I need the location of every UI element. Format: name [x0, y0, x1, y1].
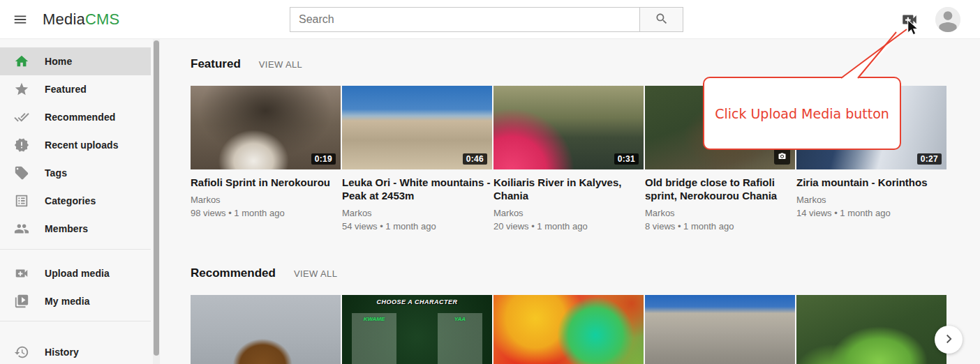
camera-icon	[774, 148, 790, 165]
sidebar-scrollbar[interactable]	[153, 39, 160, 364]
mediacms-app: MediaCMS Home Featured	[0, 0, 980, 364]
home-icon	[14, 54, 29, 69]
sidebar-item-my-media[interactable]: My media	[0, 287, 151, 315]
carousel-next-button[interactable]	[935, 326, 963, 354]
sidebar-item-recommended[interactable]: Recommended	[0, 103, 151, 131]
search-bar	[290, 7, 683, 32]
video-author[interactable]: Markos	[645, 208, 795, 218]
recommended-row: CHOOSE A CHARACTER KWAME YAA	[191, 295, 980, 364]
video-meta: 20 views • 1 month ago	[493, 221, 644, 232]
section-title: Recommended	[191, 266, 276, 280]
video-card[interactable]: 0:31 Koiliaris River in Kalyves, Chania …	[493, 86, 644, 232]
star-icon	[14, 82, 29, 97]
logo[interactable]: MediaCMS	[43, 10, 119, 29]
scrollbar-thumb[interactable]	[154, 40, 159, 356]
duration-badge: 0:31	[614, 153, 639, 165]
top-bar-actions	[900, 0, 960, 39]
sidebar-divider	[0, 249, 151, 250]
sidebar-item-label: Categories	[45, 195, 96, 206]
search-button[interactable]	[639, 7, 683, 32]
video-title[interactable]: Leuka Ori - White mountains - Peak at 24…	[342, 176, 492, 203]
video-thumbnail[interactable]: 0:19	[191, 86, 341, 169]
sidebar-item-members[interactable]: Members	[0, 215, 151, 243]
sidebar-item-label: Upload media	[45, 268, 110, 279]
view-all-link[interactable]: VIEW ALL	[259, 59, 302, 70]
video-meta: 14 views • 1 month ago	[796, 208, 946, 218]
callout-text: Click Upload Media button	[715, 106, 889, 121]
video-author[interactable]: Markos	[342, 208, 492, 218]
new-releases-icon	[14, 137, 29, 153]
video-title[interactable]: Old bridge close to Rafioli sprint, Nero…	[645, 176, 795, 203]
video-card[interactable]: 0:19 Rafioli Sprint in Nerokourou Markos…	[191, 86, 341, 232]
members-icon	[14, 221, 29, 236]
video-thumbnail[interactable]	[191, 295, 341, 364]
video-thumbnail[interactable]	[493, 295, 644, 364]
sidebar-item-tags[interactable]: Tags	[0, 159, 151, 187]
search-icon	[655, 12, 669, 28]
video-title[interactable]: Ziria mountain - Korinthos	[796, 176, 946, 190]
thumbnail-overlay-text: KWAME	[352, 316, 396, 322]
video-author[interactable]: Markos	[796, 195, 946, 205]
recommended-section: Recommended VIEW ALL CHOOSE A CHARACTER …	[191, 266, 980, 364]
section-title: Featured	[191, 57, 241, 71]
sidebar-item-label: Recent uploads	[45, 139, 119, 151]
logo-primary: Media	[43, 10, 85, 28]
section-header: Recommended VIEW ALL	[191, 266, 980, 280]
sidebar-item-home[interactable]: Home	[0, 47, 151, 75]
video-library-icon	[14, 294, 29, 309]
video-thumbnail[interactable]: 0:46	[342, 86, 492, 169]
video-thumbnail[interactable]: 0:31	[493, 86, 644, 169]
callout-tooltip: Click Upload Media button	[703, 77, 901, 150]
upload-media-icon[interactable]	[900, 10, 919, 29]
sidebar-item-categories[interactable]: Categories	[0, 187, 151, 215]
sidebar-item-recent-uploads[interactable]: Recent uploads	[0, 131, 151, 159]
video-meta: 98 views • 1 month ago	[191, 208, 341, 218]
thumbnail-overlay-text: CHOOSE A CHARACTER	[342, 298, 492, 305]
video-title[interactable]: Rafioli Sprint in Nerokourou	[191, 176, 341, 190]
top-bar: MediaCMS	[0, 0, 980, 39]
video-thumbnail[interactable]: CHOOSE A CHARACTER KWAME YAA	[342, 295, 492, 364]
video-author[interactable]: Markos	[493, 208, 644, 218]
chevron-right-icon	[941, 331, 956, 349]
video-card[interactable]: 0:46 Leuka Ori - White mountains - Peak …	[342, 86, 492, 232]
duration-badge: 0:19	[311, 153, 336, 165]
sidebar-item-label: Home	[45, 56, 72, 67]
video-author[interactable]: Markos	[191, 195, 341, 205]
sidebar-item-label: Members	[45, 223, 88, 234]
duration-badge: 0:46	[463, 153, 487, 165]
sidebar-divider	[0, 321, 151, 321]
history-icon	[14, 344, 29, 360]
view-all-link[interactable]: VIEW ALL	[294, 268, 337, 279]
sidebar-item-history[interactable]: History	[0, 338, 151, 364]
categories-icon	[14, 193, 29, 208]
sidebar: Home Featured Recommended Recent uploads…	[0, 39, 151, 364]
section-header: Featured VIEW ALL	[191, 57, 980, 71]
duration-badge: 0:27	[917, 153, 942, 165]
upload-media-icon	[14, 266, 29, 281]
sidebar-item-label: My media	[45, 296, 90, 307]
video-meta: 54 views • 1 month ago	[342, 221, 492, 232]
video-thumbnail[interactable]	[796, 295, 946, 364]
user-avatar[interactable]	[935, 7, 960, 32]
video-meta: 8 views • 1 month ago	[645, 221, 795, 232]
logo-accent: CMS	[85, 10, 120, 28]
sidebar-item-label: Recommended	[45, 112, 115, 123]
sidebar-item-featured[interactable]: Featured	[0, 75, 151, 103]
sidebar-item-label: Featured	[45, 84, 87, 95]
video-thumbnail[interactable]	[645, 295, 795, 364]
hamburger-menu-icon[interactable]	[12, 11, 29, 28]
thumbnail-overlay-text: YAA	[438, 316, 482, 322]
video-title[interactable]: Koiliaris River in Kalyves, Chania	[493, 176, 644, 203]
sidebar-item-label: Tags	[45, 167, 67, 179]
sidebar-item-upload-media[interactable]: Upload media	[0, 259, 151, 287]
sidebar-item-label: History	[45, 347, 79, 358]
double-check-icon	[14, 109, 29, 125]
tag-icon	[14, 165, 29, 181]
search-input[interactable]	[290, 7, 640, 32]
